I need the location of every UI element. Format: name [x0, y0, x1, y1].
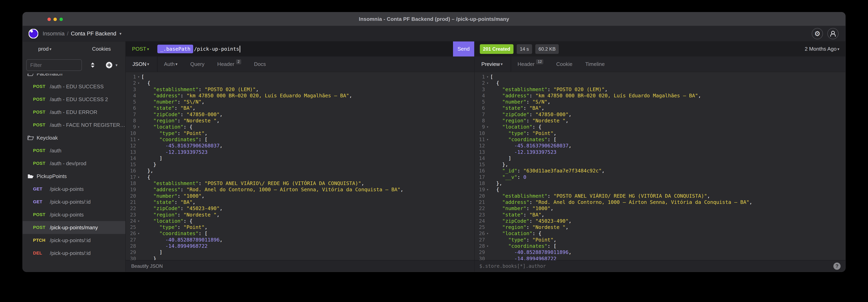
response-filter-input[interactable] — [479, 263, 833, 269]
help-icon[interactable]: ? — [833, 263, 841, 270]
fold-arrow-icon[interactable]: ▾ — [485, 186, 490, 193]
method-badge: GET — [33, 199, 48, 205]
sidebar-request-item[interactable]: POST/auth — [23, 144, 125, 157]
response-meta-bar: 201 Created 14 s 60.2 KB 2 Months Ago ▾ — [475, 41, 845, 57]
body-type-dropdown[interactable]: JSON ▾ — [126, 57, 158, 72]
line-number: 27 — [126, 237, 136, 243]
line-number: 17 — [126, 174, 136, 180]
fold-spacer — [136, 243, 141, 249]
chevron-down-icon: ▾ — [50, 47, 52, 52]
filter-input[interactable] — [26, 59, 82, 71]
sidebar-request-item[interactable]: POST/auth - EDU SUCCESS 2 — [23, 93, 125, 106]
fold-arrow-icon[interactable]: ▾ — [136, 80, 141, 86]
chevron-down-icon: ▾ — [176, 62, 178, 66]
sidebar: prod ▾ Cookies — [23, 41, 126, 272]
sidebar-request-item[interactable]: GET/pick-up-points/:id — [23, 195, 125, 208]
fold-spacer — [485, 193, 490, 199]
sidebar-request-item[interactable]: GET/pick-up-points — [23, 183, 125, 195]
environment-variable-pill[interactable]: _.basePath — [157, 44, 193, 53]
fold-spacer — [136, 155, 141, 161]
fold-spacer — [136, 237, 141, 243]
fold-arrow-icon[interactable]: ▾ — [136, 174, 141, 180]
sidebar-folder[interactable]: Facematch — [23, 74, 125, 80]
line-number: 10 — [126, 130, 136, 137]
minimize-window-button[interactable] — [54, 18, 57, 21]
fold-arrow-icon[interactable]: ▾ — [136, 218, 141, 224]
request-panel: POST ▾ _.basePath /pick-up-points Send J… — [126, 41, 475, 272]
fold-arrow-icon[interactable]: ▾ — [485, 137, 490, 143]
code-line: 18 }, — [475, 180, 845, 186]
sidebar-request-item[interactable]: POST/auth - EDU ERROR — [23, 106, 125, 119]
fold-arrow-icon[interactable]: ▾ — [136, 230, 141, 237]
fold-spacer — [136, 149, 141, 155]
cookies-button[interactable]: Cookies — [92, 46, 111, 52]
add-request-button[interactable]: ▾ — [105, 61, 118, 69]
response-history-dropdown[interactable]: 2 Months Ago ▾ — [805, 46, 839, 52]
sort-button[interactable] — [90, 62, 95, 68]
sidebar-request-item[interactable]: POST/pick-up-points/many — [23, 221, 125, 234]
code-line: 19▾ { — [475, 186, 845, 193]
method-badge: PTCH — [33, 238, 48, 243]
preview-mode-dropdown[interactable]: Preview ▾ — [475, 57, 511, 72]
sidebar-request-item[interactable]: DEL/pick-up-points/:id — [23, 247, 125, 260]
tab-header[interactable]: Header 2 — [211, 57, 247, 72]
environment-dropdown[interactable]: prod ▾ — [38, 46, 52, 52]
fold-arrow-icon[interactable]: ▾ — [485, 80, 490, 86]
status-badge: 201 Created — [480, 44, 514, 54]
fold-arrow-icon[interactable]: ▾ — [485, 230, 490, 237]
sidebar-folder[interactable]: Keycloak — [23, 131, 125, 144]
response-body-viewer[interactable]: 1▾[2▾ {3 "establishment": "POSTO 020 (LE… — [475, 72, 845, 260]
method-dropdown[interactable]: POST ▾ — [132, 46, 149, 52]
chevron-down-icon: ▾ — [147, 62, 149, 66]
tab-timeline[interactable]: Timeline — [579, 57, 611, 72]
beautify-json-button[interactable]: Beautify JSON — [131, 263, 163, 269]
settings-button[interactable]: ⚙ — [812, 28, 823, 39]
fold-arrow-icon[interactable]: ▾ — [136, 137, 141, 143]
sidebar-request-item[interactable]: POST/auth - dev/prod — [23, 157, 125, 170]
line-number: 15 — [126, 161, 136, 168]
fold-spacer — [485, 143, 490, 149]
line-number: 28 — [475, 243, 485, 249]
fold-arrow-icon[interactable]: ▾ — [485, 74, 490, 80]
fold-arrow-icon[interactable]: ▾ — [136, 124, 141, 130]
code-line: 27 "type": "Point", — [475, 237, 845, 243]
line-number: 1 — [126, 74, 136, 80]
code-line: 2▾ { — [475, 80, 845, 86]
close-window-button[interactable] — [48, 18, 51, 21]
url-input[interactable]: _.basePath /pick-up-points — [157, 44, 240, 53]
zoom-window-button[interactable] — [59, 18, 63, 21]
send-button[interactable]: Send — [453, 41, 474, 57]
sidebar-folder[interactable]: PickupPoints — [23, 170, 125, 183]
breadcrumb-app-name[interactable]: Insomnia — [43, 31, 65, 37]
fold-arrow-icon[interactable]: ▾ — [485, 124, 490, 130]
url-path-text: /pick-up-points — [194, 46, 239, 52]
sidebar-request-item[interactable]: POST/auth - EDU SUCCESS — [23, 80, 125, 93]
line-number: 3 — [475, 86, 485, 93]
code-line: 1▾[ — [126, 74, 474, 80]
request-body-editor[interactable]: 1▾[2▾ {3 "establishment": "POSTO 020 (LE… — [126, 72, 474, 260]
header-count-badge: 2 — [236, 59, 241, 64]
account-button[interactable] — [827, 28, 839, 39]
insomnia-logo-icon[interactable] — [29, 29, 38, 38]
code-line: 24 "zipCode": "45023-490", — [475, 218, 845, 224]
tab-query[interactable]: Query — [184, 57, 211, 72]
sidebar-request-item[interactable]: PTCH/pick-up-points/:id — [23, 234, 125, 247]
fold-arrow-icon[interactable]: ▾ — [136, 74, 141, 80]
method-badge: POST — [33, 161, 48, 166]
method-badge: POST — [33, 84, 48, 89]
chevron-down-icon: ▾ — [837, 47, 839, 52]
sidebar-request-item[interactable]: POST/auth - FACE NOT REGISTER… — [23, 119, 125, 131]
tab-response-header[interactable]: Header 12 — [511, 57, 550, 72]
fold-spacer — [485, 130, 490, 137]
fold-arrow-icon[interactable]: ▾ — [485, 243, 490, 249]
tab-auth[interactable]: Auth ▾ — [158, 57, 184, 72]
request-label: /auth - EDU SUCCESS 2 — [50, 96, 108, 102]
line-number: 11 — [126, 137, 136, 143]
line-number: 29 — [475, 249, 485, 255]
sidebar-request-item[interactable]: POST/pick-up-points — [23, 208, 125, 221]
tab-docs[interactable]: Docs — [248, 57, 272, 72]
line-number: 7 — [475, 111, 485, 118]
tab-cookie[interactable]: Cookie — [550, 57, 579, 72]
workspace-dropdown[interactable]: Conta PF Backend — [71, 31, 116, 37]
line-number: 25 — [126, 224, 136, 230]
